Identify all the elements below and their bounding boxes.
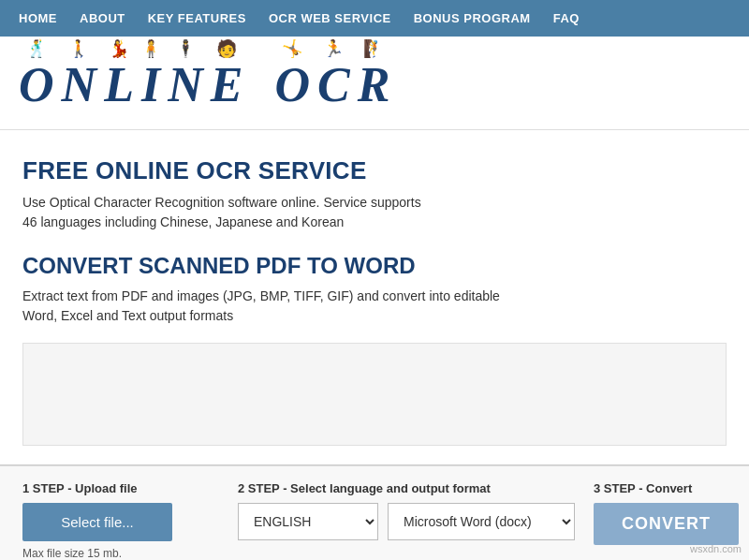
nav-item-about[interactable]: ABOUT xyxy=(80,11,125,25)
logo-area: 🕺O🚶N💃L🧍I🕴N🧑E🤸O🏃C🧗R xyxy=(0,37,749,130)
logo-char-4: N xyxy=(168,61,209,110)
steps-area: 1 STEP - Upload file Select file... Max … xyxy=(0,465,749,560)
logo-letter-o7: 🤸O xyxy=(274,61,316,110)
logo-char-3: I xyxy=(141,61,166,110)
step2-label: 2 STEP - Select language and output form… xyxy=(238,481,575,495)
promo-banner xyxy=(22,343,727,446)
max-size-text: Max file size 15 mb. xyxy=(22,547,219,560)
logo-figure-7: 🤸 xyxy=(282,40,308,57)
logo: 🕺O🚶N💃L🧍I🕴N🧑E🤸O🏃C🧗R xyxy=(19,61,395,110)
logo-figure-5: 🧑 xyxy=(216,40,242,57)
section-description: Extract text from PDF and images (JPG, B… xyxy=(22,287,727,326)
nav-item-faq[interactable]: FAQ xyxy=(553,11,580,25)
step1-label: 1 STEP - Upload file xyxy=(22,481,219,495)
logo-letter-i3: 🧍I xyxy=(141,61,166,110)
logo-figure-4: 🕴 xyxy=(175,40,201,57)
language-select[interactable]: ENGLISHFRENCHGERMANSPANISHITALIANRUSSIAN… xyxy=(238,503,378,540)
nav-item-bonus-program[interactable]: BONUS PROGRAM xyxy=(414,11,531,25)
logo-figure-0: 🕺 xyxy=(26,40,52,57)
logo-char-2: L xyxy=(104,61,140,110)
step3-label: 3 STEP - Convert xyxy=(594,481,743,495)
logo-char-5: E xyxy=(211,61,249,110)
logo-letter-o0: 🕺O xyxy=(19,61,60,110)
service-description: Use Optical Character Recognition softwa… xyxy=(22,193,727,232)
step-2: 2 STEP - Select language and output form… xyxy=(238,481,575,540)
logo-char-8: C xyxy=(317,61,356,110)
convert-button[interactable]: CONVERT xyxy=(594,503,739,545)
logo-letter-r9: 🧗R xyxy=(358,61,396,110)
logo-char-9: R xyxy=(358,61,396,110)
footer-watermark: wsxdn.com xyxy=(690,543,742,554)
nav-item-ocr-web-service[interactable]: OCR WEB SERVICE xyxy=(269,11,391,25)
content-area: FREE ONLINE OCR SERVICE Use Optical Char… xyxy=(0,130,749,464)
selects-row: ENGLISHFRENCHGERMANSPANISHITALIANRUSSIAN… xyxy=(238,503,575,540)
logo-letter-c8: 🏃C xyxy=(317,61,356,110)
logo-letter-n1: 🚶N xyxy=(62,61,103,110)
logo-char-7: O xyxy=(274,61,316,110)
logo-char-1: N xyxy=(62,61,103,110)
nav-bar: HOMEABOUTKEY FEATURESOCR WEB SERVICEBONU… xyxy=(0,0,749,37)
logo-letter-n4: 🕴N xyxy=(168,61,209,110)
logo-letter-e5: 🧑E xyxy=(211,61,249,110)
step-3: 3 STEP - Convert CONVERT xyxy=(594,481,743,545)
logo-figure-8: 🏃 xyxy=(323,40,349,57)
section-title: CONVERT SCANNED PDF TO WORD xyxy=(22,253,727,279)
select-file-button[interactable]: Select file... xyxy=(22,503,172,541)
nav-item-key-features[interactable]: KEY FEATURES xyxy=(148,11,246,25)
logo-figure-9: 🧗 xyxy=(363,40,389,57)
logo-figure-2: 💃 xyxy=(109,40,135,57)
format-select[interactable]: Microsoft Word (docx)Microsoft Excel (xl… xyxy=(388,503,575,540)
logo-figure-3: 🧍 xyxy=(140,40,167,57)
nav-item-home[interactable]: HOME xyxy=(19,11,57,25)
logo-char-0: O xyxy=(19,61,60,110)
steps-row: 1 STEP - Upload file Select file... Max … xyxy=(22,481,727,560)
logo-letter-l2: 💃L xyxy=(104,61,140,110)
page-title: FREE ONLINE OCR SERVICE xyxy=(22,156,727,185)
step-1: 1 STEP - Upload file Select file... Max … xyxy=(22,481,219,560)
logo-figure-1: 🚶 xyxy=(68,40,95,57)
